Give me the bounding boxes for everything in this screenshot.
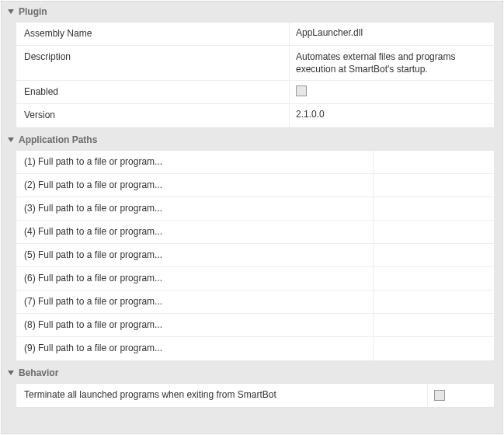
property-value[interactable] xyxy=(374,267,494,290)
property-value[interactable]: AppLauncher.dll xyxy=(290,23,494,45)
property-label: Terminate all launched programs when exi… xyxy=(16,384,428,407)
property-row[interactable]: (4) Full path to a file or program... xyxy=(16,221,494,244)
property-row[interactable]: (6) Full path to a file or program... xyxy=(16,267,494,291)
property-row[interactable]: Enabled xyxy=(16,81,494,104)
property-label: (3) Full path to a file or program... xyxy=(16,197,374,220)
enabled-checkbox[interactable] xyxy=(296,85,307,96)
property-value[interactable] xyxy=(374,174,494,197)
terminate-checkbox[interactable] xyxy=(434,390,445,401)
property-value[interactable] xyxy=(428,384,494,407)
group-header-plugin[interactable]: Plugin xyxy=(2,2,502,22)
property-row[interactable]: (7) Full path to a file or program... xyxy=(16,291,494,314)
property-value[interactable] xyxy=(290,81,494,103)
property-value[interactable] xyxy=(374,197,494,220)
property-value[interactable] xyxy=(374,337,494,360)
plugin-grid: Assembly Name AppLauncher.dll Descriptio… xyxy=(16,22,495,128)
property-row[interactable]: Version 2.1.0.0 xyxy=(16,104,494,127)
property-value[interactable] xyxy=(374,244,494,266)
property-label: (5) Full path to a file or program... xyxy=(16,244,374,266)
property-value[interactable]: 2.1.0.0 xyxy=(290,104,494,127)
property-label: Assembly Name xyxy=(16,23,290,45)
property-row[interactable]: (2) Full path to a file or program... xyxy=(16,174,494,197)
property-label: (6) Full path to a file or program... xyxy=(16,267,374,290)
expand-arrow-icon xyxy=(8,371,14,375)
group-title: Application Paths xyxy=(19,134,97,145)
property-value[interactable] xyxy=(374,221,494,243)
property-label: Version xyxy=(16,104,290,127)
property-row[interactable]: (9) Full path to a file or program... xyxy=(16,337,494,360)
group-header-behavior[interactable]: Behavior xyxy=(2,363,502,383)
property-label: (1) Full path to a file or program... xyxy=(16,151,374,173)
property-row[interactable]: (1) Full path to a file or program... xyxy=(16,151,494,174)
property-row[interactable]: (5) Full path to a file or program... xyxy=(16,244,494,267)
property-value[interactable] xyxy=(374,151,494,173)
property-panel: Plugin Assembly Name AppLauncher.dll Des… xyxy=(1,1,503,434)
property-label: (7) Full path to a file or program... xyxy=(16,291,374,313)
paths-grid: (1) Full path to a file or program... (2… xyxy=(16,150,495,361)
property-label: (2) Full path to a file or program... xyxy=(16,174,374,197)
property-label: (8) Full path to a file or program... xyxy=(16,314,374,336)
property-row[interactable]: Description Automates external files and… xyxy=(16,46,494,81)
property-value[interactable] xyxy=(374,314,494,336)
property-row[interactable]: Assembly Name AppLauncher.dll xyxy=(16,23,494,46)
property-label: (9) Full path to a file or program... xyxy=(16,337,374,360)
property-label: Enabled xyxy=(16,81,290,103)
expand-arrow-icon xyxy=(8,9,14,14)
property-label: Description xyxy=(16,46,290,80)
property-value[interactable]: Automates external files and programs ex… xyxy=(290,46,494,80)
property-value[interactable] xyxy=(374,291,494,313)
expand-arrow-icon xyxy=(8,137,14,142)
group-title: Plugin xyxy=(19,6,47,17)
property-row[interactable]: (3) Full path to a file or program... xyxy=(16,197,494,221)
behavior-grid: Terminate all launched programs when exi… xyxy=(16,383,495,408)
group-title: Behavior xyxy=(19,367,58,378)
property-row[interactable]: (8) Full path to a file or program... xyxy=(16,314,494,337)
group-header-paths[interactable]: Application Paths xyxy=(2,130,502,150)
property-label: (4) Full path to a file or program... xyxy=(16,221,374,243)
property-row[interactable]: Terminate all launched programs when exi… xyxy=(16,384,494,407)
